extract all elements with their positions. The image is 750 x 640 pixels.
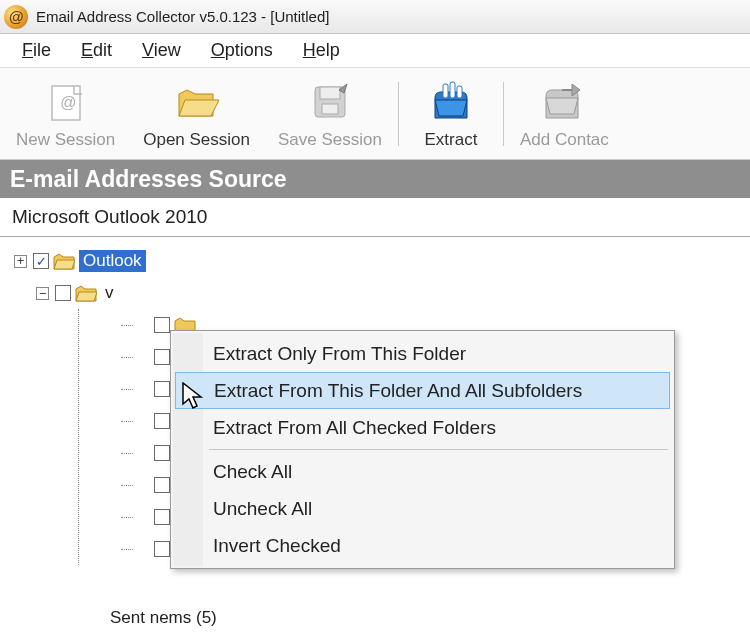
checkbox[interactable] xyxy=(154,413,170,429)
checkbox[interactable] xyxy=(154,541,170,557)
spacer xyxy=(135,447,148,460)
window-title: Email Address Collector v5.0.123 - [Unti… xyxy=(36,8,329,25)
toolbar-separator xyxy=(503,82,504,146)
ctx-invert-checked[interactable]: Invert Checked xyxy=(173,527,672,564)
open-session-button[interactable]: Open Session xyxy=(129,70,264,158)
toolbar-separator xyxy=(398,82,399,146)
checkbox[interactable] xyxy=(154,445,170,461)
spacer xyxy=(135,511,148,524)
svg-rect-6 xyxy=(450,82,455,98)
source-name: Microsoft Outlook 2010 xyxy=(0,198,750,237)
save-session-label: Save Session xyxy=(278,130,382,150)
checkbox[interactable] xyxy=(154,477,170,493)
menu-file[interactable]: File xyxy=(22,40,51,61)
new-session-label: New Session xyxy=(16,130,115,150)
add-contact-label: Add Contac xyxy=(520,130,609,150)
ctx-extract-only[interactable]: Extract Only From This Folder xyxy=(173,335,672,372)
new-session-button[interactable]: @ New Session xyxy=(2,70,129,158)
tree-node-root[interactable]: + ✓ Outlook xyxy=(14,245,750,277)
spacer xyxy=(135,351,148,364)
save-session-button[interactable]: Save Session xyxy=(264,70,396,158)
extract-icon xyxy=(429,80,473,124)
spacer xyxy=(135,383,148,396)
panel-heading: E-mail Addresses Source xyxy=(0,160,750,198)
tree-node-label[interactable]: v xyxy=(101,282,118,304)
spacer xyxy=(135,415,148,428)
menubar: File Edit View Options Help xyxy=(0,34,750,68)
toolbar: @ New Session Open Session Save Session xyxy=(0,68,750,160)
tree-node[interactable]: − v xyxy=(36,277,750,309)
menu-edit[interactable]: Edit xyxy=(81,40,112,61)
svg-rect-4 xyxy=(322,104,338,114)
open-session-label: Open Session xyxy=(143,130,250,150)
ctx-uncheck-all[interactable]: Uncheck All xyxy=(173,490,672,527)
add-contact-button[interactable]: Add Contac xyxy=(506,70,623,158)
checkbox[interactable] xyxy=(55,285,71,301)
app-icon: @ xyxy=(4,5,28,29)
context-menu: Extract Only From This Folder Extract Fr… xyxy=(170,330,675,569)
context-menu-separator xyxy=(209,449,668,450)
checkbox[interactable] xyxy=(154,509,170,525)
new-session-icon: @ xyxy=(44,80,88,124)
tree-node-label-obscured: Sent nems (5) xyxy=(110,608,217,628)
folder-icon xyxy=(75,285,97,302)
spacer xyxy=(135,479,148,492)
titlebar: @ Email Address Collector v5.0.123 - [Un… xyxy=(0,0,750,34)
ctx-check-all[interactable]: Check All xyxy=(173,453,672,490)
extract-button[interactable]: Extract xyxy=(401,70,501,158)
menu-view[interactable]: View xyxy=(142,40,181,61)
add-contact-icon xyxy=(542,80,586,124)
checkbox[interactable] xyxy=(154,381,170,397)
menu-options[interactable]: Options xyxy=(211,40,273,61)
extract-label: Extract xyxy=(425,130,478,150)
menu-help[interactable]: Help xyxy=(303,40,340,61)
checkbox[interactable] xyxy=(154,317,170,333)
open-session-icon xyxy=(175,80,219,124)
expand-icon[interactable]: + xyxy=(14,255,27,268)
svg-rect-5 xyxy=(443,84,448,98)
svg-text:@: @ xyxy=(60,94,76,111)
ctx-extract-subfolders[interactable]: Extract From This Folder And All Subfold… xyxy=(175,372,670,409)
save-session-icon xyxy=(308,80,352,124)
checkbox[interactable] xyxy=(154,349,170,365)
spacer xyxy=(135,543,148,556)
collapse-icon[interactable]: − xyxy=(36,287,49,300)
checkbox[interactable]: ✓ xyxy=(33,253,49,269)
svg-rect-7 xyxy=(457,86,462,98)
folder-icon xyxy=(53,253,75,270)
svg-rect-3 xyxy=(320,87,340,99)
tree-node-label[interactable]: Outlook xyxy=(79,250,146,272)
ctx-extract-checked[interactable]: Extract From All Checked Folders xyxy=(173,409,672,446)
spacer xyxy=(135,319,148,332)
